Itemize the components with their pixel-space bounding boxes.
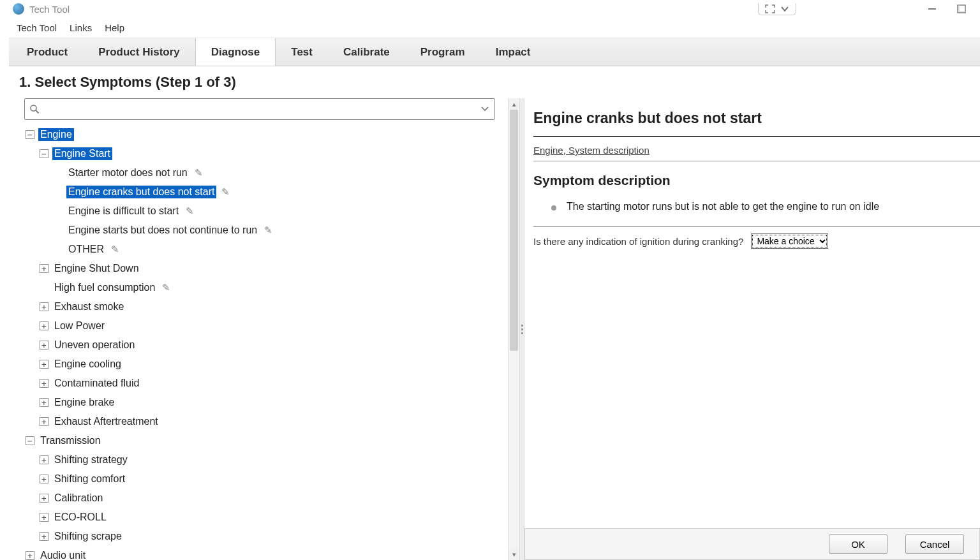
tree-node-exhaust-smoke[interactable]: +Exhaust smoke	[38, 297, 501, 316]
tree-leaf[interactable]: Engine is difficult to start✎	[52, 202, 501, 221]
tree-label: Engine is difficult to start	[66, 205, 181, 217]
pencil-icon: ✎	[195, 167, 203, 179]
tree-node-audio-unit[interactable]: +Audio unit	[24, 546, 501, 560]
titlebar-pill[interactable]	[758, 3, 796, 15]
tree-leaf[interactable]: High fuel consumption✎	[38, 278, 501, 297]
svg-line-4	[36, 110, 39, 114]
tree-label: Transmission	[38, 434, 103, 447]
question-select[interactable]: Make a choice	[751, 233, 828, 249]
tree-label: Engine	[38, 128, 74, 141]
tree-label: Contaminated fluid	[52, 377, 141, 390]
tree-leaf[interactable]: OTHER✎	[52, 240, 501, 259]
expand-icon[interactable]: +	[40, 455, 48, 464]
tree-node-exhaust-aftertreatment[interactable]: +Exhaust Aftertreatment	[38, 412, 501, 431]
tab-product[interactable]: Product	[11, 38, 83, 66]
maximize-button[interactable]	[947, 0, 976, 18]
minimize-button[interactable]	[917, 0, 947, 18]
expand-icon[interactable]: +	[40, 341, 48, 350]
tree-label: Calibration	[52, 492, 105, 505]
bullet-icon	[551, 205, 556, 210]
collapse-icon[interactable]: −	[26, 436, 34, 445]
page-heading: 1. Select Symptoms (Step 1 of 3)	[9, 66, 980, 98]
search-dropdown-icon[interactable]	[475, 105, 494, 113]
window-title: Tech Tool	[29, 4, 70, 15]
expand-icon[interactable]: +	[40, 264, 48, 273]
tree-node-engine-brake[interactable]: +Engine brake	[38, 393, 501, 412]
tree-label: Exhaust smoke	[52, 300, 126, 313]
scroll-up-icon[interactable]: ▴	[509, 98, 519, 110]
symptom-description-text: The starting motor runs but is not able …	[567, 201, 879, 212]
scroll-thumb[interactable]	[510, 110, 518, 351]
tree-leaf[interactable]: Engine starts but does not continue to r…	[52, 221, 501, 240]
tree-label: Shifting scrape	[52, 530, 124, 543]
tree-node-low-power[interactable]: +Low Power	[38, 316, 501, 335]
detail-subhead: Symptom description	[533, 161, 980, 197]
tree-node-shifting-scrape[interactable]: +Shifting scrape	[38, 527, 501, 546]
tree-node-engine-cooling[interactable]: +Engine cooling	[38, 355, 501, 374]
symptom-description: The starting motor runs but is not able …	[533, 197, 980, 226]
tree-label: Engine starts but does not continue to r…	[66, 224, 259, 237]
tree-leaf-selected[interactable]: Engine cranks but does not start✎	[52, 182, 501, 202]
pencil-icon: ✎	[264, 225, 272, 236]
search-input[interactable]	[44, 103, 475, 115]
tree-node-engine-shut-down[interactable]: +Engine Shut Down	[38, 259, 501, 278]
tree-label: High fuel consumption	[52, 281, 157, 294]
menu-links[interactable]: Links	[70, 22, 92, 33]
tree-label: Starter motor does not run	[66, 166, 189, 179]
tree-node-uneven-operation[interactable]: +Uneven operation	[38, 335, 501, 355]
tree-label: Engine cranks but does not start	[66, 186, 216, 198]
detail-title: Engine cranks but does not start	[533, 98, 980, 136]
svg-rect-0	[928, 8, 936, 10]
tab-calibrate[interactable]: Calibrate	[328, 38, 405, 66]
symptom-search[interactable]	[24, 98, 495, 120]
tab-impact[interactable]: Impact	[480, 38, 546, 66]
tab-diagnose[interactable]: Diagnose	[195, 38, 276, 66]
expand-icon[interactable]: +	[40, 494, 48, 503]
ok-button[interactable]: OK	[829, 534, 887, 554]
tab-program[interactable]: Program	[405, 38, 480, 66]
tree-label: Low Power	[52, 320, 107, 332]
tree-node-transmission[interactable]: − Transmission	[24, 431, 501, 450]
tree-label: ECO-ROLL	[52, 511, 108, 524]
tree-label: Uneven operation	[52, 339, 137, 351]
tree-leaf[interactable]: Starter motor does not run✎	[52, 163, 501, 182]
pane-splitter[interactable]	[519, 98, 524, 560]
tree-label: Exhaust Aftertreatment	[52, 415, 160, 428]
symptom-tree: − Engine − Engine Start	[24, 125, 501, 560]
expand-icon[interactable]: +	[40, 302, 48, 311]
symptom-tree-scroll[interactable]: − Engine − Engine Start	[24, 125, 508, 560]
tab-product-history[interactable]: Product History	[83, 38, 195, 66]
chevron-down-icon	[780, 4, 789, 13]
tree-label: Engine Start	[52, 147, 112, 160]
tree-node-eco-roll[interactable]: +ECO-ROLL	[38, 508, 501, 527]
expand-icon[interactable]: +	[40, 475, 48, 483]
tree-scrollbar[interactable]: ▴ ▾	[508, 98, 519, 560]
tree-node-calibration[interactable]: +Calibration	[38, 489, 501, 508]
menu-help[interactable]: Help	[105, 22, 124, 33]
fullscreen-icon	[765, 4, 775, 13]
pencil-icon: ✎	[186, 205, 194, 217]
expand-icon[interactable]: +	[40, 379, 48, 388]
collapse-icon[interactable]: −	[26, 130, 34, 139]
tab-test[interactable]: Test	[276, 38, 328, 66]
pencil-icon: ✎	[221, 186, 230, 198]
expand-icon[interactable]: +	[40, 321, 48, 330]
tree-node-shifting-strategy[interactable]: +Shifting strategy	[38, 450, 501, 469]
scroll-down-icon[interactable]: ▾	[509, 549, 519, 560]
left-pane: − Engine − Engine Start	[9, 98, 508, 560]
expand-icon[interactable]: +	[40, 417, 48, 426]
expand-icon[interactable]: +	[40, 513, 48, 522]
detail-link[interactable]: Engine, System description	[533, 145, 980, 161]
expand-icon[interactable]: +	[40, 360, 48, 369]
tree-node-shifting-comfort[interactable]: +Shifting comfort	[38, 469, 501, 489]
tree-node-engine[interactable]: − Engine	[24, 125, 501, 144]
expand-icon[interactable]: +	[40, 398, 48, 407]
cancel-button[interactable]: Cancel	[905, 534, 964, 554]
menu-tech-tool[interactable]: Tech Tool	[17, 22, 57, 33]
scroll-track[interactable]	[509, 110, 519, 549]
expand-icon[interactable]: +	[26, 551, 34, 560]
expand-icon[interactable]: +	[40, 532, 48, 541]
tree-node-contaminated-fluid[interactable]: +Contaminated fluid	[38, 374, 501, 393]
collapse-icon[interactable]: −	[40, 149, 48, 158]
tree-node-engine-start[interactable]: − Engine Start	[38, 144, 501, 163]
